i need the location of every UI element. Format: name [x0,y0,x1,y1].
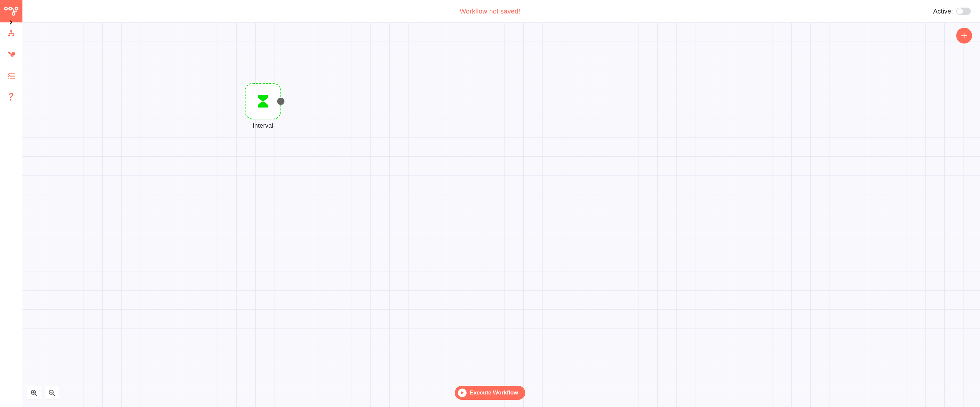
question-icon [9,93,14,101]
active-label: Active: [933,8,953,15]
sidebar-item-executions[interactable] [7,72,15,80]
zoom-out-button[interactable] [45,386,59,400]
zoom-out-icon [48,389,56,396]
active-toggle-group: Active: [933,8,971,15]
svg-rect-6 [13,35,14,37]
play-icon [460,391,464,395]
svg-point-8 [10,99,11,100]
sidebar-menu [7,30,15,101]
n8n-logo-icon [4,6,19,16]
zoom-in-button[interactable] [27,386,41,400]
svg-point-2 [15,7,18,10]
chevron-right-icon [9,21,13,24]
sidebar-item-workflows[interactable] [7,30,15,38]
node-box[interactable] [245,83,281,119]
svg-rect-5 [8,35,10,37]
left-sidebar [0,0,22,407]
workflow-canvas[interactable]: Interval [22,22,980,407]
workflow-status-text: Workflow not saved! [460,8,520,15]
workflows-icon [8,30,15,37]
sidebar-expand-handle[interactable] [9,20,14,25]
svg-point-7 [8,78,9,78]
node-output-port[interactable] [277,98,285,105]
execute-workflow-label: Execute Workflow [470,390,518,396]
execute-workflow-button[interactable]: Execute Workflow [455,386,525,400]
sidebar-item-credentials[interactable] [7,51,15,59]
add-node-button[interactable] [956,28,972,43]
node-label: Interval [253,122,273,129]
play-icon-wrap [458,388,466,397]
active-toggle[interactable] [956,8,971,15]
svg-rect-4 [10,30,12,32]
zoom-in-icon [30,389,38,396]
top-header: Workflow not saved! Active: [0,0,980,22]
app-root: Workflow not saved! Active: [0,0,980,407]
plus-icon [961,32,968,39]
sidebar-item-help[interactable] [7,93,15,101]
key-icon [8,51,15,58]
hourglass-icon [257,94,269,108]
app-logo[interactable] [0,0,22,22]
list-check-icon [8,73,15,79]
zoom-controls [27,386,59,400]
node-interval[interactable]: Interval [245,83,281,129]
